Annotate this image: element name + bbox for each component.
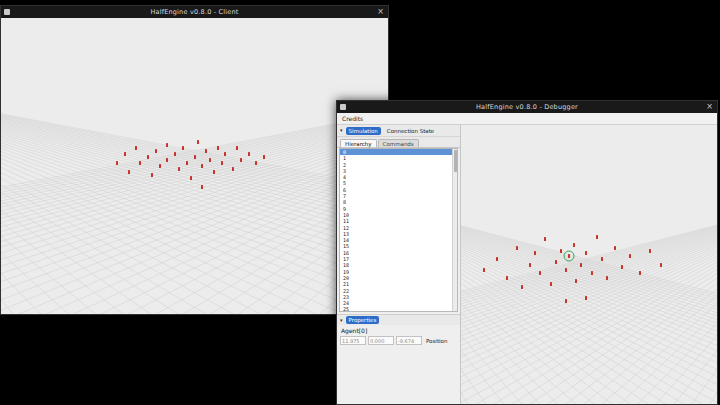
agent-marker <box>201 185 203 189</box>
agent-marker <box>649 249 651 253</box>
agent-marker <box>147 155 149 159</box>
agent-marker <box>539 271 541 275</box>
debugger-viewport[interactable] <box>461 125 717 404</box>
agent-marker <box>506 276 508 280</box>
list-item[interactable]: 25 <box>340 306 457 312</box>
selected-agent-circle <box>563 251 574 262</box>
agent-marker <box>166 143 168 147</box>
agent-marker <box>544 237 546 241</box>
client-viewport[interactable] <box>1 18 388 314</box>
agent-marker <box>240 158 242 162</box>
hierarchy-list: 0123456789101112131415161718192021222324… <box>339 148 458 312</box>
properties-header[interactable]: Properties <box>346 316 380 324</box>
debugger-titlebar[interactable]: HalfEngine v0.8.0 - Debugger × <box>337 101 717 113</box>
client-window: HalfEngine v0.8.0 - Client × <box>0 5 389 315</box>
position-label: Position <box>426 338 447 344</box>
agent-marker <box>614 246 616 250</box>
agent-marker <box>529 263 531 267</box>
agent-marker <box>205 149 207 153</box>
agent-marker <box>560 249 562 253</box>
agent-marker <box>209 158 211 162</box>
agent-marker <box>221 161 223 165</box>
ground-grid <box>461 125 717 404</box>
agent-marker <box>248 152 250 156</box>
app-icon <box>4 9 10 15</box>
position-x-field[interactable]: 11.975 <box>340 336 366 345</box>
agent-marker <box>521 285 523 289</box>
tab-connection-state[interactable]: Connection State <box>384 127 437 135</box>
agent-marker <box>585 251 587 255</box>
agent-marker <box>629 254 631 258</box>
agent-marker <box>151 173 153 177</box>
tab-commands[interactable]: Commands <box>378 139 419 147</box>
agent-marker <box>190 176 192 180</box>
agent-marker <box>550 282 552 286</box>
desktop: HalfEngine v0.8.0 - Client × HalfEngine … <box>0 0 720 405</box>
close-icon[interactable]: × <box>377 6 384 18</box>
agent-marker <box>601 257 603 261</box>
position-y-field[interactable]: 0.000 <box>368 336 394 345</box>
scrollbar[interactable] <box>452 149 457 311</box>
agent-marker <box>263 155 265 159</box>
menu-item-credits[interactable]: Credits <box>342 115 363 122</box>
debugger-window-title: HalfEngine v0.8.0 - Debugger <box>476 103 578 111</box>
agent-marker <box>516 246 518 250</box>
agent-marker <box>159 164 161 168</box>
agent-marker <box>496 257 498 261</box>
properties-header-bar: ▾ Properties <box>337 314 460 325</box>
agent-marker <box>135 146 137 150</box>
agent-marker <box>565 268 567 272</box>
agent-marker <box>639 271 641 275</box>
agent-marker <box>178 167 180 171</box>
menubar: Credits <box>337 113 717 125</box>
agent-marker <box>596 235 598 239</box>
agent-marker <box>591 271 593 275</box>
agent-marker <box>660 263 662 267</box>
debugger-window: HalfEngine v0.8.0 - Debugger × Credits ▾… <box>336 100 718 405</box>
agent-marker <box>606 276 608 280</box>
agent-marker <box>585 296 587 300</box>
agent-marker <box>155 149 157 153</box>
agent-marker <box>124 152 126 156</box>
agent-marker <box>255 161 257 165</box>
agent-marker <box>213 170 215 174</box>
agent-marker <box>621 265 623 269</box>
collapse-arrow-icon: ▾ <box>340 128 343 133</box>
side-panel: ▾ Simulation Connection State Hierarchy … <box>337 125 461 404</box>
agent-marker <box>236 146 238 150</box>
agent-marker <box>128 170 130 174</box>
position-fields: 11.975 0.000 -9.674 Position <box>337 335 460 346</box>
agent-marker <box>580 263 582 267</box>
tab-hierarchy[interactable]: Hierarchy <box>340 139 377 147</box>
agent-marker <box>555 260 557 264</box>
agent-marker <box>232 167 234 171</box>
collapse-arrow-icon: ▾ <box>340 318 343 323</box>
close-icon[interactable]: × <box>706 101 713 113</box>
agent-marker <box>573 243 575 247</box>
agent-marker <box>186 161 188 165</box>
agent-marker <box>201 164 203 168</box>
agent-marker <box>194 155 196 159</box>
tab-simulation[interactable]: Simulation <box>346 127 381 135</box>
agent-marker <box>197 140 199 144</box>
client-titlebar[interactable]: HalfEngine v0.8.0 - Client × <box>1 6 388 18</box>
agent-marker <box>116 161 118 165</box>
agent-marker <box>534 251 536 255</box>
object-label: Agent[0] <box>337 325 460 335</box>
simulation-tabbar: ▾ Simulation Connection State <box>337 125 460 137</box>
agent-marker <box>166 158 168 162</box>
agent-marker <box>182 146 184 150</box>
agent-marker <box>224 152 226 156</box>
client-window-title: HalfEngine v0.8.0 - Client <box>150 8 238 16</box>
agent-marker <box>565 299 567 303</box>
app-icon <box>340 104 346 110</box>
scrollbar-thumb[interactable] <box>454 150 457 172</box>
position-z-field[interactable]: -9.674 <box>396 336 422 345</box>
ground-grid <box>1 18 388 314</box>
agent-marker <box>575 279 577 283</box>
agent-marker <box>483 268 485 272</box>
hierarchy-tabbar: Hierarchy Commands <box>337 137 460 148</box>
agent-marker <box>174 152 176 156</box>
agent-marker <box>217 146 219 150</box>
debugger-main: ▾ Simulation Connection State Hierarchy … <box>337 125 717 404</box>
